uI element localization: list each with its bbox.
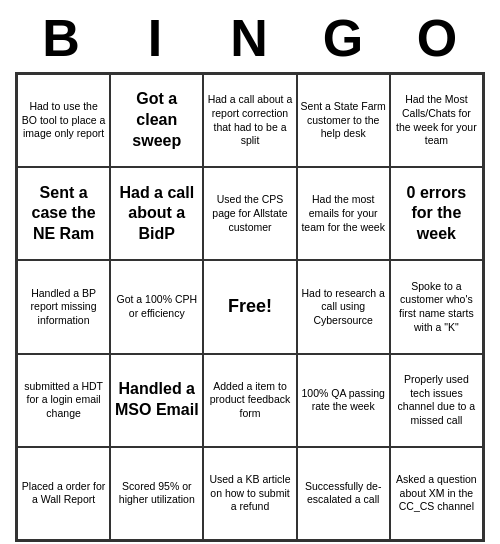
bingo-cell: Had the most emails for your team for th… [297, 167, 390, 260]
bingo-cell: Spoke to a customer who's first name sta… [390, 260, 483, 353]
bingo-cell: Used a KB article on how to submit a ref… [203, 447, 296, 540]
bingo-letter: B [19, 8, 105, 68]
bingo-cell: Had a call about a BidP [110, 167, 203, 260]
bingo-cell: Handled a MSO Email [110, 354, 203, 447]
bingo-cell: Asked a question about XM in the CC_CS c… [390, 447, 483, 540]
bingo-letter: O [395, 8, 481, 68]
bingo-cell: submitted a HDT for a login email change [17, 354, 110, 447]
bingo-cell: Free! [203, 260, 296, 353]
bingo-letter: G [301, 8, 387, 68]
bingo-grid: Had to use the BO tool to place a image … [15, 72, 485, 542]
bingo-cell: Got a 100% CPH or efficiency [110, 260, 203, 353]
bingo-cell: Used the CPS page for Allstate customer [203, 167, 296, 260]
bingo-cell: 0 errors for the week [390, 167, 483, 260]
bingo-cell: Had a call about a report correction tha… [203, 74, 296, 167]
bingo-cell: Scored 95% or higher utilization [110, 447, 203, 540]
bingo-title: BINGO [15, 0, 485, 72]
bingo-letter: N [207, 8, 293, 68]
bingo-cell: Sent a case the NE Ram [17, 167, 110, 260]
bingo-cell: Sent a State Farm customer to the help d… [297, 74, 390, 167]
bingo-cell: Properly used tech issues channel due to… [390, 354, 483, 447]
bingo-cell: Had to research a call using Cybersource [297, 260, 390, 353]
bingo-cell: 100% QA passing rate the week [297, 354, 390, 447]
bingo-cell: Had to use the BO tool to place a image … [17, 74, 110, 167]
bingo-cell: Handled a BP report missing information [17, 260, 110, 353]
bingo-cell: Got a clean sweep [110, 74, 203, 167]
bingo-cell: Had the Most Calls/Chats for the week fo… [390, 74, 483, 167]
bingo-cell: Placed a order for a Wall Report [17, 447, 110, 540]
bingo-cell: Successfully de-escalated a call [297, 447, 390, 540]
bingo-letter: I [113, 8, 199, 68]
bingo-cell: Added a item to product feedback form [203, 354, 296, 447]
